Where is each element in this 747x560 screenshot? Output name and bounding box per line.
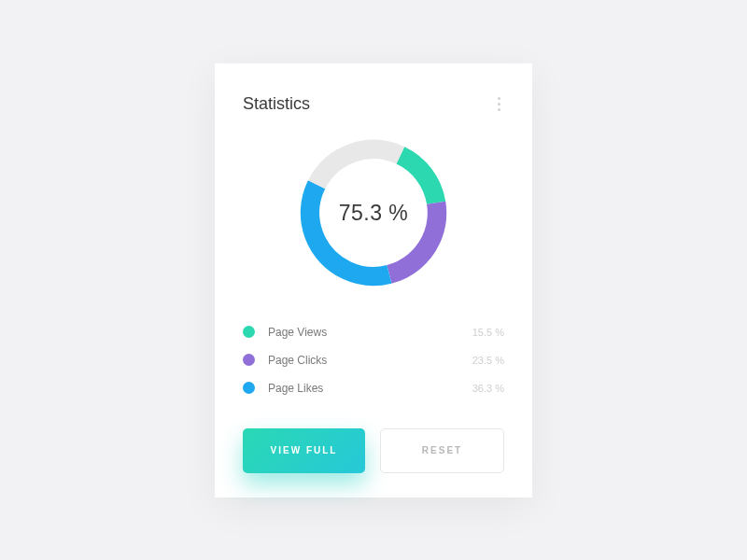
legend-value: 15.5 % [472,327,504,338]
legend-dot [243,382,255,394]
donut-center-value: 75.3 % [339,200,409,225]
legend-value: 36.3 % [472,383,504,394]
legend-label: Page Clicks [268,354,472,367]
more-icon[interactable] [494,93,504,115]
legend-dot [243,354,255,366]
legend: Page Views 15.5 % Page Clicks 23.5 % Pag… [243,318,504,402]
legend-item-page-likes: Page Likes 36.3 % [243,374,504,402]
card-header: Statistics [243,93,504,115]
legend-item-page-clicks: Page Clicks 23.5 % [243,346,504,374]
legend-label: Page Views [268,326,472,339]
donut-chart: 75.3 % [243,133,504,292]
reset-button[interactable]: RESET [380,428,504,473]
statistics-card: Statistics 75.3 % Page Views 15.5 % Page… [215,63,532,497]
view-full-button[interactable]: VIEW FULL [243,428,365,473]
legend-value: 23.5 % [472,355,504,366]
card-title: Statistics [243,94,310,114]
legend-dot [243,326,255,338]
legend-label: Page Likes [268,382,472,395]
button-row: VIEW FULL RESET [243,428,504,473]
legend-item-page-views: Page Views 15.5 % [243,318,504,346]
